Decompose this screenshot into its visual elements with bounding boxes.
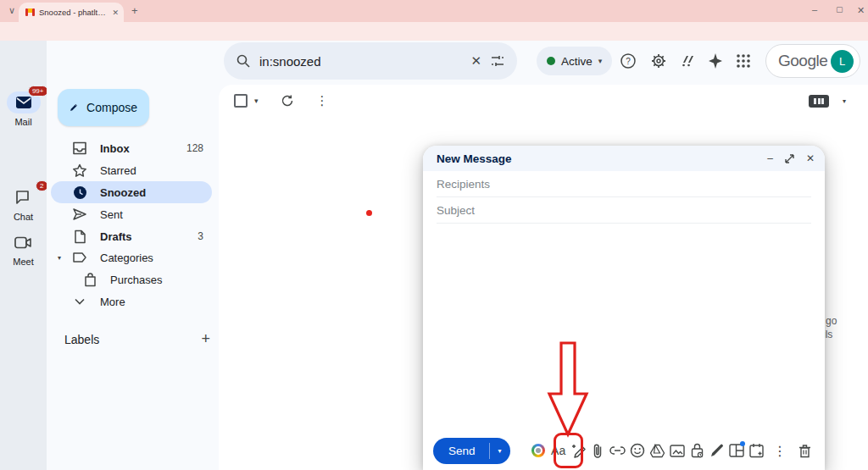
snoozed-clock-icon: [71, 185, 88, 200]
drive-icon[interactable]: [648, 444, 667, 458]
rail-item-mail[interactable]: 99+ Mail: [0, 91, 47, 127]
refresh-icon[interactable]: [281, 94, 294, 108]
chat-icon: [15, 190, 31, 205]
meet-icon: [14, 236, 32, 249]
layouts-icon[interactable]: [726, 444, 746, 457]
attach-file-icon[interactable]: [588, 443, 608, 459]
formatting-options-icon[interactable]: Aa: [548, 444, 568, 457]
status-chip[interactable]: Active ▾: [537, 47, 612, 75]
schedule-meeting-icon[interactable]: [747, 443, 766, 458]
search-input[interactable]: [259, 54, 462, 69]
sidebar-item-more[interactable]: More: [51, 290, 212, 312]
clear-search-icon[interactable]: ✕: [470, 53, 481, 69]
sidebar-item-starred[interactable]: Starred: [51, 159, 212, 181]
star-icon: [71, 163, 88, 178]
labels-title: Labels: [64, 333, 99, 346]
insert-photo-icon[interactable]: [667, 445, 687, 457]
list-more-icon[interactable]: ⋮: [316, 93, 329, 108]
status-caret-icon: ▾: [598, 57, 603, 65]
discard-draft-icon[interactable]: [795, 444, 815, 458]
apps-grid-icon[interactable]: [736, 53, 751, 69]
new-tab-icon[interactable]: +: [131, 5, 138, 16]
tab-title: Snoozed - phatlt@scuti.asia - V: [39, 8, 108, 17]
rail-item-meet[interactable]: Meet: [0, 231, 47, 267]
sidebar-item-label: Starred: [100, 164, 203, 177]
sidebar-item-categories[interactable]: ▾ Categories: [51, 246, 212, 268]
help-icon[interactable]: ?: [620, 53, 637, 69]
search-bar[interactable]: ✕: [224, 42, 517, 80]
sent-icon: [71, 207, 88, 221]
mail-badge: 99+: [28, 86, 48, 97]
browser-tab-strip: ∨ Snoozed - phatlt@scuti.asia - V ✕ + – …: [0, 0, 868, 22]
status-label: Active: [561, 55, 593, 68]
layouts-new-dot: [740, 441, 745, 446]
sidebar-item-label: More: [100, 296, 203, 308]
help-me-write-icon[interactable]: [568, 443, 587, 459]
chat-pill[interactable]: 2: [7, 186, 41, 208]
sidebar-item-sent[interactable]: Sent: [51, 203, 212, 225]
select-all-checkbox[interactable]: [234, 94, 248, 108]
emoji-icon[interactable]: [628, 443, 648, 458]
send-button[interactable]: Send ▾: [433, 438, 510, 464]
google-wordmark: Google: [778, 52, 827, 70]
meet-pill[interactable]: [7, 231, 41, 253]
compose-close-icon[interactable]: ✕: [806, 152, 815, 164]
sidebar-item-count: 3: [198, 230, 203, 242]
account-pill[interactable]: Google L: [765, 44, 860, 78]
mail-pill[interactable]: 99+: [7, 91, 41, 113]
window-minimize-icon[interactable]: –: [812, 4, 817, 14]
sidebar-item-inbox[interactable]: Inbox 128: [51, 137, 212, 159]
window-restore-icon[interactable]: ▢: [836, 5, 843, 14]
gemini-refine-icon[interactable]: [529, 444, 548, 457]
window-close-icon[interactable]: ✕: [857, 5, 865, 16]
subject-field[interactable]: [437, 197, 811, 224]
gemini-sparkle-icon[interactable]: [708, 53, 723, 69]
categories-expand-icon[interactable]: ▾: [58, 254, 61, 262]
svg-text:?: ?: [626, 57, 631, 66]
account-avatar[interactable]: L: [831, 50, 854, 73]
insert-signature-icon[interactable]: [707, 443, 726, 458]
more-options-icon[interactable]: ⋮: [770, 443, 789, 459]
insert-link-icon[interactable]: [608, 446, 627, 455]
inbox-icon: [71, 141, 88, 155]
confidential-mode-icon[interactable]: [687, 443, 707, 458]
search-filter-icon[interactable]: [490, 53, 505, 69]
compose-popout-icon[interactable]: [785, 154, 794, 163]
compose-toolbar: Send ▾ Aa ⋮: [423, 434, 825, 467]
compose-minimize-icon[interactable]: –: [767, 152, 773, 164]
browser-toolbar: ← → mail.google.com/mail/u/0/#snoozed?co…: [0, 22, 868, 41]
sidebar-item-label: Sent: [100, 208, 203, 221]
recipients-field[interactable]: [437, 171, 811, 197]
list-toolbar: ▾ ⋮: [234, 93, 329, 108]
send-options-caret-icon[interactable]: ▾: [490, 447, 510, 455]
browser-tab[interactable]: Snoozed - phatlt@scuti.asia - V ✕: [19, 3, 124, 22]
sidebar-item-drafts[interactable]: Drafts 3: [51, 225, 212, 247]
sidebar-item-purchases[interactable]: Purchases: [51, 268, 212, 290]
background-text-fragment: go: [826, 315, 837, 327]
sidebar-item-snoozed[interactable]: Snoozed: [51, 181, 212, 203]
gmail-favicon: [25, 8, 35, 16]
add-label-icon[interactable]: +: [201, 330, 210, 348]
rail-label-chat: Chat: [0, 212, 47, 222]
message-body[interactable]: [423, 224, 825, 393]
sidebar-item-label: Drafts: [100, 230, 198, 243]
split-pane-caret-icon[interactable]: ▾: [843, 97, 846, 105]
sidebar-item-count: 128: [186, 142, 203, 154]
compose-header[interactable]: New Message – ✕: [423, 146, 825, 171]
tab-search-chevron-icon[interactable]: ∨: [8, 6, 15, 15]
search-icon[interactable]: [236, 53, 251, 69]
compose-button[interactable]: Compose: [58, 89, 149, 126]
rail-label-meet: Meet: [0, 257, 47, 267]
status-active-dot: [547, 57, 555, 65]
sidebar-item-label: Purchases: [110, 274, 203, 286]
settings-gear-icon[interactable]: [650, 53, 667, 69]
cursor-dot: [366, 210, 372, 216]
tab-close-icon[interactable]: ✕: [112, 8, 119, 17]
select-caret-icon[interactable]: ▾: [254, 97, 259, 105]
rail-label-mail: Mail: [0, 117, 47, 127]
sidebar-item-label: Snoozed: [100, 186, 203, 199]
purchases-bag-icon: [81, 273, 98, 287]
split-pane-toggle-icon[interactable]: [809, 95, 829, 108]
rail-item-chat[interactable]: 2 Chat: [0, 186, 47, 222]
workspace-labs-icon[interactable]: [681, 54, 696, 68]
